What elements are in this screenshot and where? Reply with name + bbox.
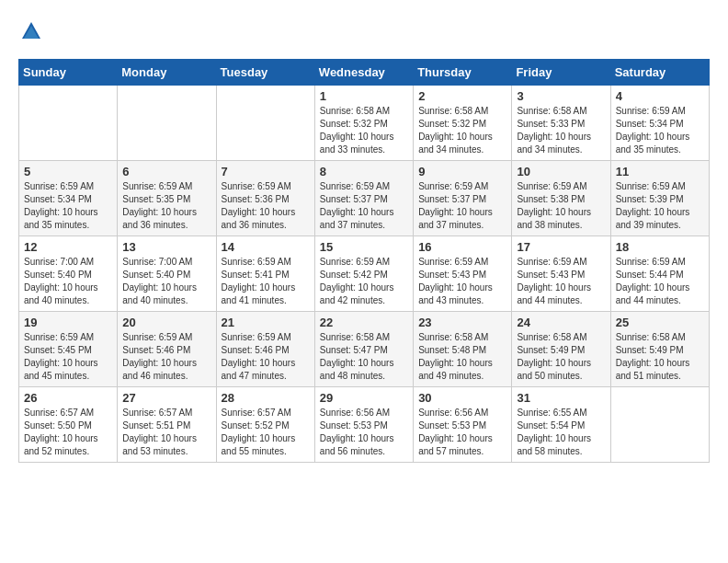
calendar-cell: 4Sunrise: 6:59 AM Sunset: 5:34 PM Daylig… bbox=[610, 86, 709, 161]
day-info: Sunrise: 7:00 AM Sunset: 5:40 PM Dayligh… bbox=[122, 256, 210, 307]
logo-icon bbox=[18, 18, 44, 44]
day-number: 28 bbox=[222, 391, 310, 405]
day-header-wednesday: Wednesday bbox=[314, 60, 413, 86]
day-info: Sunrise: 6:58 AM Sunset: 5:49 PM Dayligh… bbox=[616, 331, 704, 383]
day-number: 18 bbox=[616, 240, 704, 254]
day-info: Sunrise: 6:59 AM Sunset: 5:34 PM Dayligh… bbox=[616, 105, 704, 156]
day-info: Sunrise: 6:59 AM Sunset: 5:45 PM Dayligh… bbox=[24, 331, 112, 383]
day-info: Sunrise: 6:59 AM Sunset: 5:43 PM Dayligh… bbox=[517, 256, 605, 307]
calendar-cell: 26Sunrise: 6:57 AM Sunset: 5:50 PM Dayli… bbox=[19, 387, 118, 463]
calendar-cell: 30Sunrise: 6:56 AM Sunset: 5:53 PM Dayli… bbox=[414, 387, 512, 463]
day-number: 12 bbox=[24, 240, 112, 254]
day-info: Sunrise: 6:58 AM Sunset: 5:47 PM Dayligh… bbox=[320, 331, 408, 383]
day-info: Sunrise: 6:58 AM Sunset: 5:48 PM Dayligh… bbox=[418, 331, 506, 383]
day-number: 1 bbox=[320, 89, 408, 103]
calendar-cell: 21Sunrise: 6:59 AM Sunset: 5:46 PM Dayli… bbox=[216, 312, 314, 387]
calendar-cell: 27Sunrise: 6:57 AM Sunset: 5:51 PM Dayli… bbox=[118, 387, 216, 463]
day-number: 4 bbox=[616, 89, 704, 103]
day-number: 31 bbox=[517, 391, 605, 405]
day-header-thursday: Thursday bbox=[414, 60, 512, 86]
day-number: 9 bbox=[418, 165, 506, 178]
day-info: Sunrise: 6:58 AM Sunset: 5:32 PM Dayligh… bbox=[418, 105, 506, 156]
calendar-cell bbox=[118, 86, 216, 161]
day-number: 19 bbox=[24, 316, 112, 329]
calendar-cell: 15Sunrise: 6:59 AM Sunset: 5:42 PM Dayli… bbox=[314, 236, 413, 312]
day-number: 23 bbox=[418, 316, 506, 329]
day-number: 26 bbox=[24, 391, 112, 405]
day-info: Sunrise: 6:59 AM Sunset: 5:35 PM Dayligh… bbox=[122, 180, 210, 232]
calendar-cell: 2Sunrise: 6:58 AM Sunset: 5:32 PM Daylig… bbox=[414, 86, 512, 161]
day-info: Sunrise: 6:58 AM Sunset: 5:33 PM Dayligh… bbox=[517, 105, 605, 156]
day-number: 8 bbox=[320, 165, 408, 178]
day-number: 27 bbox=[122, 391, 210, 405]
day-info: Sunrise: 6:59 AM Sunset: 5:36 PM Dayligh… bbox=[222, 180, 310, 232]
calendar-cell: 9Sunrise: 6:59 AM Sunset: 5:37 PM Daylig… bbox=[414, 161, 512, 236]
day-number: 25 bbox=[616, 316, 704, 329]
calendar-cell: 24Sunrise: 6:58 AM Sunset: 5:49 PM Dayli… bbox=[512, 312, 610, 387]
calendar-week-3: 12Sunrise: 7:00 AM Sunset: 5:40 PM Dayli… bbox=[19, 236, 710, 312]
calendar-cell: 7Sunrise: 6:59 AM Sunset: 5:36 PM Daylig… bbox=[216, 161, 314, 236]
day-number: 10 bbox=[517, 165, 605, 178]
calendar-week-1: 1Sunrise: 6:58 AM Sunset: 5:32 PM Daylig… bbox=[19, 86, 710, 161]
day-info: Sunrise: 6:59 AM Sunset: 5:41 PM Dayligh… bbox=[222, 256, 310, 307]
calendar-table: SundayMondayTuesdayWednesdayThursdayFrid… bbox=[18, 59, 710, 463]
day-info: Sunrise: 6:59 AM Sunset: 5:38 PM Dayligh… bbox=[517, 180, 605, 232]
day-number: 17 bbox=[517, 240, 605, 254]
calendar-cell: 12Sunrise: 7:00 AM Sunset: 5:40 PM Dayli… bbox=[19, 236, 118, 312]
calendar-cell: 16Sunrise: 6:59 AM Sunset: 5:43 PM Dayli… bbox=[414, 236, 512, 312]
calendar-cell: 29Sunrise: 6:56 AM Sunset: 5:53 PM Dayli… bbox=[314, 387, 413, 463]
calendar-cell: 17Sunrise: 6:59 AM Sunset: 5:43 PM Dayli… bbox=[512, 236, 610, 312]
day-info: Sunrise: 6:55 AM Sunset: 5:54 PM Dayligh… bbox=[517, 407, 605, 458]
calendar-cell: 28Sunrise: 6:57 AM Sunset: 5:52 PM Dayli… bbox=[216, 387, 314, 463]
day-info: Sunrise: 6:59 AM Sunset: 5:39 PM Dayligh… bbox=[616, 180, 704, 232]
calendar-cell: 10Sunrise: 6:59 AM Sunset: 5:38 PM Dayli… bbox=[512, 161, 610, 236]
calendar-week-5: 26Sunrise: 6:57 AM Sunset: 5:50 PM Dayli… bbox=[19, 387, 710, 463]
day-number: 3 bbox=[517, 89, 605, 103]
day-number: 6 bbox=[122, 165, 210, 178]
calendar-cell: 1Sunrise: 6:58 AM Sunset: 5:32 PM Daylig… bbox=[314, 86, 413, 161]
calendar-cell: 3Sunrise: 6:58 AM Sunset: 5:33 PM Daylig… bbox=[512, 86, 610, 161]
day-number: 11 bbox=[616, 165, 704, 178]
day-number: 14 bbox=[222, 240, 310, 254]
calendar-cell: 31Sunrise: 6:55 AM Sunset: 5:54 PM Dayli… bbox=[512, 387, 610, 463]
calendar-cell: 25Sunrise: 6:58 AM Sunset: 5:49 PM Dayli… bbox=[610, 312, 709, 387]
calendar-week-2: 5Sunrise: 6:59 AM Sunset: 5:34 PM Daylig… bbox=[19, 161, 710, 236]
calendar-cell bbox=[19, 86, 118, 161]
day-info: Sunrise: 6:56 AM Sunset: 5:53 PM Dayligh… bbox=[320, 407, 408, 458]
calendar-cell: 18Sunrise: 6:59 AM Sunset: 5:44 PM Dayli… bbox=[610, 236, 709, 312]
calendar-cell: 20Sunrise: 6:59 AM Sunset: 5:46 PM Dayli… bbox=[118, 312, 216, 387]
calendar-cell: 5Sunrise: 6:59 AM Sunset: 5:34 PM Daylig… bbox=[19, 161, 118, 236]
day-header-sunday: Sunday bbox=[19, 60, 118, 86]
day-number: 5 bbox=[24, 165, 112, 178]
day-info: Sunrise: 6:59 AM Sunset: 5:37 PM Dayligh… bbox=[418, 180, 506, 232]
day-info: Sunrise: 6:58 AM Sunset: 5:32 PM Dayligh… bbox=[320, 105, 408, 156]
calendar-cell bbox=[216, 86, 314, 161]
day-info: Sunrise: 6:57 AM Sunset: 5:52 PM Dayligh… bbox=[222, 407, 310, 458]
day-number: 30 bbox=[418, 391, 506, 405]
day-info: Sunrise: 6:59 AM Sunset: 5:46 PM Dayligh… bbox=[122, 331, 210, 383]
day-number: 16 bbox=[418, 240, 506, 254]
day-info: Sunrise: 6:59 AM Sunset: 5:37 PM Dayligh… bbox=[320, 180, 408, 232]
day-number: 21 bbox=[222, 316, 310, 329]
logo bbox=[18, 18, 48, 44]
calendar-cell: 23Sunrise: 6:58 AM Sunset: 5:48 PM Dayli… bbox=[414, 312, 512, 387]
calendar-cell: 19Sunrise: 6:59 AM Sunset: 5:45 PM Dayli… bbox=[19, 312, 118, 387]
day-number: 7 bbox=[222, 165, 310, 178]
day-info: Sunrise: 6:59 AM Sunset: 5:44 PM Dayligh… bbox=[616, 256, 704, 307]
day-info: Sunrise: 6:58 AM Sunset: 5:49 PM Dayligh… bbox=[517, 331, 605, 383]
calendar-cell bbox=[610, 387, 709, 463]
day-header-friday: Friday bbox=[512, 60, 610, 86]
day-info: Sunrise: 6:59 AM Sunset: 5:42 PM Dayligh… bbox=[320, 256, 408, 307]
day-info: Sunrise: 6:56 AM Sunset: 5:53 PM Dayligh… bbox=[418, 407, 506, 458]
day-number: 20 bbox=[122, 316, 210, 329]
calendar-cell: 14Sunrise: 6:59 AM Sunset: 5:41 PM Dayli… bbox=[216, 236, 314, 312]
day-info: Sunrise: 6:59 AM Sunset: 5:34 PM Dayligh… bbox=[24, 180, 112, 232]
day-info: Sunrise: 6:59 AM Sunset: 5:43 PM Dayligh… bbox=[418, 256, 506, 307]
day-info: Sunrise: 6:57 AM Sunset: 5:51 PM Dayligh… bbox=[122, 407, 210, 458]
day-info: Sunrise: 6:59 AM Sunset: 5:46 PM Dayligh… bbox=[222, 331, 310, 383]
page-header bbox=[18, 18, 710, 44]
day-header-tuesday: Tuesday bbox=[216, 60, 314, 86]
calendar-cell: 6Sunrise: 6:59 AM Sunset: 5:35 PM Daylig… bbox=[118, 161, 216, 236]
day-number: 15 bbox=[320, 240, 408, 254]
calendar-cell: 11Sunrise: 6:59 AM Sunset: 5:39 PM Dayli… bbox=[610, 161, 709, 236]
